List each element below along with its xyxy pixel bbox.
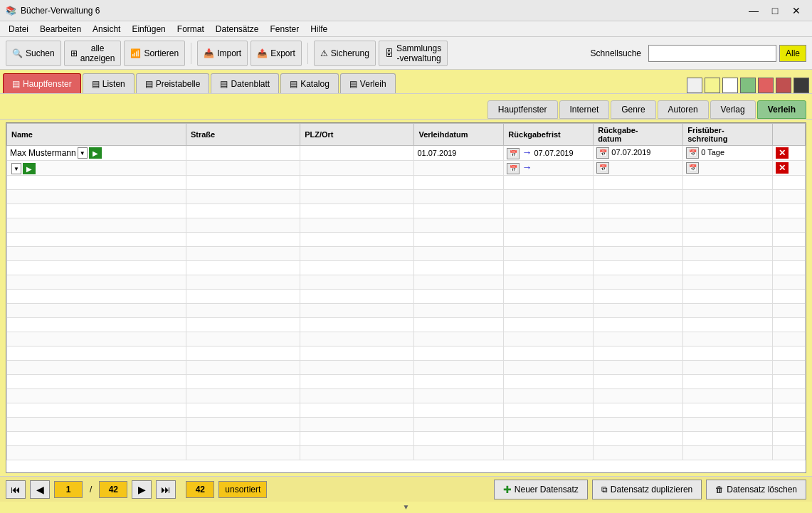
minimize-button[interactable]: — bbox=[744, 3, 764, 18]
page-total: 42 bbox=[99, 481, 127, 498]
nav-last-button[interactable]: ⏭ bbox=[156, 480, 176, 499]
table-container: Name Straße PLZ/Ort Verleihdatum Rückgab… bbox=[6, 122, 806, 473]
duplicate-record-label: Datensatz duplizieren bbox=[611, 485, 692, 495]
color-box-5[interactable] bbox=[758, 78, 774, 93]
color-box-6[interactable] bbox=[776, 78, 791, 93]
menu-hilfe[interactable]: Hilfe bbox=[305, 23, 333, 36]
color-box-4[interactable] bbox=[740, 78, 756, 93]
toolbar: 🔍 Suchen ⊞ alle anzeigen 📶 Sortieren 📥 I… bbox=[0, 37, 812, 70]
menu-einfuegen[interactable]: Einfügen bbox=[126, 23, 171, 36]
table-row bbox=[7, 233, 806, 247]
rueck-arrow-1: → bbox=[522, 147, 532, 158]
rueck-calendar-1[interactable]: 📅 bbox=[507, 148, 520, 159]
table-row bbox=[7, 176, 806, 190]
suchen-button[interactable]: 🔍 Suchen bbox=[6, 41, 61, 66]
col-fristueberschreitung: Fristüber-schreitung bbox=[683, 124, 773, 146]
name-action-btn-1[interactable]: ▶ bbox=[89, 147, 102, 159]
alle-button[interactable]: Alle bbox=[779, 45, 806, 62]
menubar: Datei Bearbeiten Ansicht Einfügen Format… bbox=[0, 21, 812, 37]
table-row bbox=[7, 446, 806, 460]
delete-row-btn-1[interactable]: ✕ bbox=[776, 147, 789, 159]
menu-fenster[interactable]: Fenster bbox=[265, 23, 305, 36]
duplicate-icon: ⧉ bbox=[601, 485, 608, 495]
suchen-label: Suchen bbox=[26, 48, 55, 58]
table-row bbox=[7, 403, 806, 418]
table-row bbox=[7, 190, 806, 204]
new-record-button[interactable]: ✚ Neuer Datensatz bbox=[494, 480, 588, 499]
cell-strasse-2 bbox=[186, 161, 300, 176]
export-button[interactable]: 📤 Export bbox=[251, 41, 302, 66]
name-action-btn-2[interactable]: ▶ bbox=[23, 163, 36, 174]
records-total: 42 bbox=[186, 481, 214, 498]
color-box-2[interactable] bbox=[705, 78, 720, 93]
menu-bearbeiten[interactable]: Bearbeiten bbox=[34, 23, 87, 36]
rueckdate-calendar-1[interactable]: 📅 bbox=[596, 147, 609, 159]
schnellsuche-input[interactable] bbox=[648, 45, 776, 62]
menu-datei[interactable]: Datei bbox=[3, 23, 34, 36]
color-box-1[interactable] bbox=[687, 78, 702, 93]
table-row bbox=[7, 275, 806, 290]
duplicate-record-button[interactable]: ⧉ Datensatz duplizieren bbox=[592, 480, 702, 499]
menu-datensaetze[interactable]: Datensätze bbox=[210, 23, 265, 36]
color-box-3[interactable] bbox=[722, 78, 738, 93]
col-verleihdatum: Verleihdatum bbox=[414, 124, 504, 146]
sammlung-label: Sammlungs -verwaltung bbox=[396, 43, 441, 63]
table-row bbox=[7, 332, 806, 347]
table-row: ▼ ▶ 📅 → 📅 bbox=[7, 161, 806, 176]
menu-format[interactable]: Format bbox=[172, 23, 210, 36]
cell-verleihdatum-1: 01.07.2019 bbox=[414, 146, 504, 161]
tab2-hauptfenster[interactable]: Hauptfenster bbox=[487, 100, 558, 119]
col-plzort: PLZ/Ort bbox=[300, 124, 414, 146]
name-dropdown-btn-1[interactable]: ▼ bbox=[78, 147, 88, 159]
tab2-verleih[interactable]: Verleih bbox=[757, 100, 806, 119]
sicherung-button[interactable]: ⚠ Sicherung bbox=[314, 41, 376, 66]
down-arrow-icon: ▼ bbox=[403, 503, 410, 511]
cell-rueckgabedatum-1: 📅 07.07.2019 bbox=[594, 146, 683, 161]
frist-calendar-2[interactable]: 📅 bbox=[686, 162, 699, 174]
tab-datenblatt[interactable]: ▤ Datenblatt bbox=[211, 73, 279, 93]
sortieren-label: Sortieren bbox=[144, 48, 179, 58]
rueck-calendar-2[interactable]: 📅 bbox=[507, 163, 520, 174]
table-row bbox=[7, 204, 806, 218]
nav-next-button[interactable]: ▶ bbox=[132, 480, 152, 499]
sortieren-button[interactable]: 📶 Sortieren bbox=[124, 41, 185, 66]
nav-first-button[interactable]: ⏮ bbox=[6, 480, 26, 499]
menu-ansicht[interactable]: Ansicht bbox=[87, 23, 126, 36]
tab2-autoren-label: Autoren bbox=[668, 105, 698, 115]
nav-prev-button[interactable]: ◀ bbox=[30, 480, 50, 499]
tab2-hauptfenster-label: Hauptfenster bbox=[498, 105, 547, 115]
close-button[interactable]: ✕ bbox=[786, 3, 806, 18]
name-dropdown-btn-2[interactable]: ▼ bbox=[11, 163, 21, 174]
tab-katalog[interactable]: ▤ Katalog bbox=[280, 73, 339, 93]
import-button[interactable]: 📥 Import bbox=[197, 41, 248, 66]
statusbar: ⏮ ◀ / 42 ▶ ⏭ 42 unsortiert ✚ Neuer Daten… bbox=[0, 476, 812, 502]
tab2-internet[interactable]: Internet bbox=[559, 100, 610, 119]
tabbar1: ▤ Hauptfenster ▤ Listen ▤ Preistabelle ▤… bbox=[0, 70, 812, 94]
trash-icon: 🗑 bbox=[715, 485, 724, 495]
delete-record-button[interactable]: 🗑 Datensatz löschen bbox=[706, 480, 806, 499]
tab2-genre[interactable]: Genre bbox=[611, 100, 655, 119]
maximize-button[interactable]: □ bbox=[765, 3, 785, 18]
frist-calendar-1[interactable]: 📅 bbox=[686, 147, 699, 159]
tab-preistabelle[interactable]: ▤ Preistabelle bbox=[136, 73, 210, 93]
hauptfenster-label: Hauptfenster bbox=[23, 79, 72, 89]
color-box-7[interactable] bbox=[793, 78, 809, 93]
tab-verleih[interactable]: ▤ Verleih bbox=[340, 73, 396, 93]
data-table: Name Straße PLZ/Ort Verleihdatum Rückgab… bbox=[6, 123, 806, 460]
table-row bbox=[7, 304, 806, 318]
tab-listen[interactable]: ▤ Listen bbox=[83, 73, 135, 93]
preistabelle-icon: ▤ bbox=[145, 79, 153, 89]
sammlung-button[interactable]: 🗄 Sammlungs -verwaltung bbox=[379, 41, 448, 66]
cell-rueckgabefrist-2: 📅 → bbox=[504, 161, 594, 176]
tab2-verleih-label: Verleih bbox=[768, 105, 796, 115]
alle-anzeigen-button[interactable]: ⊞ alle anzeigen bbox=[64, 41, 122, 66]
rueckdate-calendar-2[interactable]: 📅 bbox=[596, 162, 609, 174]
cell-name-2: ▼ ▶ bbox=[7, 161, 186, 176]
table-row bbox=[7, 418, 806, 432]
tab2-autoren[interactable]: Autoren bbox=[658, 100, 709, 119]
tab2-verlag[interactable]: Verlag bbox=[710, 100, 756, 119]
hauptfenster-icon: ▤ bbox=[12, 79, 20, 89]
page-current-input[interactable] bbox=[54, 481, 83, 498]
tab-hauptfenster[interactable]: ▤ Hauptfenster bbox=[3, 73, 81, 93]
delete-row-btn-2[interactable]: ✕ bbox=[776, 162, 789, 174]
